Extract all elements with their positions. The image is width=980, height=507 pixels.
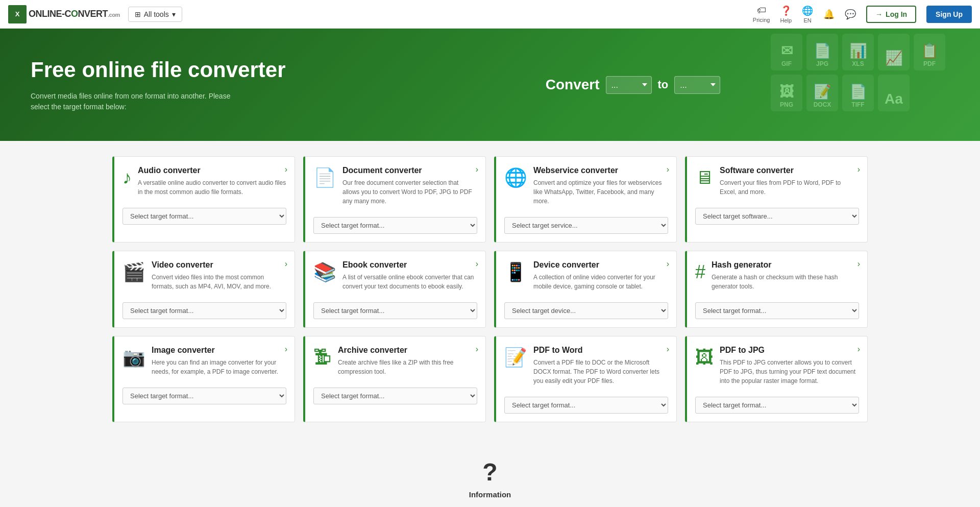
card-select-image[interactable]: Select target format... JPGPNGGIFBMPTIFF… <box>122 388 286 404</box>
converter-card-pdf-jpg[interactable]: › 🖼 PDF to JPG This PDF to JPG converter… <box>685 336 868 422</box>
card-select-pdf-word[interactable]: Select target format... DOCDOCXODT <box>504 397 668 414</box>
all-tools-button[interactable]: ⊞ All tools ▾ <box>128 7 182 22</box>
card-select-software[interactable]: Select target software... WordExcelPower… <box>695 208 859 225</box>
hero-title: Free online file converter <box>31 57 316 83</box>
card-desc-hash: Generate a hash or checksum with these h… <box>712 273 859 291</box>
card-header-video: 🎬 Video converter Convert video files in… <box>122 260 286 291</box>
card-header-ebook: 📚 Ebook converter A list of versatile on… <box>313 260 477 291</box>
logo[interactable]: X ONLINE-CONVERT.com <box>8 5 120 23</box>
card-desc-archive: Create archive files like a ZIP with thi… <box>338 358 477 376</box>
hero-to-select[interactable]: ... <box>674 76 720 94</box>
card-desc-image: Here you can find an image converter for… <box>152 358 286 376</box>
card-icon-device: 📱 <box>504 261 527 283</box>
card-select-device[interactable]: Select target device... iPhoneiPadAndroi… <box>504 302 668 319</box>
card-select-video[interactable]: Select target format... MP4AVIMOVMKVWMVF… <box>122 302 286 319</box>
card-arrow-audio: › <box>285 165 287 174</box>
hero-subtitle: Convert media files online from one form… <box>31 91 245 112</box>
card-title-software: Software converter <box>720 166 859 175</box>
card-header-pdf-jpg: 🖼 PDF to JPG This PDF to JPG converter a… <box>695 346 859 385</box>
card-title-webservice: Webservice converter <box>533 166 668 175</box>
footer-info-label: Information <box>10 490 970 499</box>
hero-from-select[interactable]: ... <box>606 76 652 94</box>
card-header-audio: ♪ Audio converter A versatile online aud… <box>122 166 286 197</box>
card-select-document[interactable]: Select target format... PDFDOCDOCXODTRTF… <box>313 217 477 234</box>
card-arrow-software: › <box>857 165 860 174</box>
signup-button[interactable]: Sign Up <box>926 6 972 23</box>
language-nav-item[interactable]: 🌐 EN <box>802 5 813 23</box>
logo-text: ONLINE-CONVERT.com <box>29 9 120 19</box>
converter-card-document[interactable]: › 📄 Document converter Our free document… <box>303 156 486 243</box>
card-header-webservice: 🌐 Webservice converter Convert and optim… <box>504 166 668 206</box>
card-title-ebook: Ebook converter <box>342 260 477 270</box>
converter-card-device[interactable]: › 📱 Device converter A collection of onl… <box>494 251 677 328</box>
file-icon-xls: 📊XLS <box>842 34 874 70</box>
file-icon-chart: 📈 <box>878 34 910 70</box>
notifications-nav-item[interactable]: 🔔 <box>823 9 835 20</box>
pricing-nav-item[interactable]: 🏷 Pricing <box>753 5 770 23</box>
chat-icon: 💬 <box>845 9 856 20</box>
card-arrow-hash: › <box>857 259 860 269</box>
card-desc-device: A collection of online video converter f… <box>533 273 668 291</box>
converter-grid: › ♪ Audio converter A versatile online a… <box>112 156 868 422</box>
tag-icon: 🏷 <box>757 5 766 16</box>
card-header-hash: # Hash generator Generate a hash or chec… <box>695 260 859 291</box>
card-icon-software: 🖥 <box>695 167 714 188</box>
file-icon-email: ✉GIF <box>771 34 802 70</box>
to-label: to <box>658 78 669 91</box>
card-arrow-pdf-jpg: › <box>857 345 860 354</box>
converter-card-pdf-word[interactable]: › 📝 PDF to Word Convert a PDF file to DO… <box>494 336 677 422</box>
card-arrow-device: › <box>667 259 669 269</box>
chat-nav-item[interactable]: 💬 <box>845 9 856 20</box>
main-content: › ♪ Audio converter A versatile online a… <box>102 141 878 438</box>
card-title-pdf-jpg: PDF to JPG <box>720 346 859 355</box>
card-select-archive[interactable]: Select target format... ZIPRAR7ZTARGZ <box>313 388 477 404</box>
card-header-software: 🖥 Software converter Convert your files … <box>695 166 859 197</box>
card-title-archive: Archive converter <box>338 346 477 355</box>
card-header-pdf-word: 📝 PDF to Word Convert a PDF file to DOC … <box>504 346 668 385</box>
card-desc-audio: A versatile online audio converter to co… <box>138 178 286 197</box>
card-desc-webservice: Convert and optimize your files for webs… <box>533 178 668 206</box>
card-select-audio[interactable]: Select target format... MP3WAVOGGFLACAAC… <box>122 208 286 225</box>
card-select-pdf-jpg[interactable]: Select target format... JPGPNGBMPTIFF <box>695 397 859 414</box>
hero-section: Free online file converter Convert media… <box>0 29 980 141</box>
bell-icon: 🔔 <box>823 9 835 20</box>
card-desc-ebook: A list of versatile online ebook convert… <box>342 273 477 291</box>
card-icon-ebook: 📚 <box>313 261 336 283</box>
card-icon-image: 📷 <box>122 347 145 368</box>
converter-card-archive[interactable]: › 🗜 Archive converter Create archive fil… <box>303 336 486 422</box>
login-button[interactable]: → Log In <box>866 6 916 23</box>
help-nav-item[interactable]: ❓ Help <box>780 5 792 23</box>
card-select-hash[interactable]: Select target format... MD5SHA-1SHA-256C… <box>695 302 859 319</box>
grid-icon: ⊞ <box>135 10 141 18</box>
converter-card-software[interactable]: › 🖥 Software converter Convert your file… <box>685 156 868 243</box>
card-header-device: 📱 Device converter A collection of onlin… <box>504 260 668 291</box>
card-desc-video: Convert video files into the most common… <box>152 273 286 291</box>
question-mark-icon: ? <box>10 458 970 486</box>
converter-card-hash[interactable]: › # Hash generator Generate a hash or ch… <box>685 251 868 328</box>
card-icon-hash: # <box>695 261 705 283</box>
file-icon-jpg: 📄JPG <box>806 34 838 70</box>
card-select-ebook[interactable]: Select target format... EPUBMOBIAZWPDFLI… <box>313 302 477 319</box>
card-arrow-webservice: › <box>667 165 669 174</box>
converter-card-audio[interactable]: › ♪ Audio converter A versatile online a… <box>112 156 295 243</box>
hero-background-icons: ✉GIF 📄JPG 📊XLS 📈 📋PDF 🖼PNG 📝DOCX 📄TIFF A… <box>771 34 965 111</box>
card-header-document: 📄 Document converter Our free document c… <box>313 166 477 206</box>
hero-text: Free online file converter Convert media… <box>31 57 316 112</box>
footer: ? Information <box>0 438 980 507</box>
logo-icon: X <box>8 5 27 23</box>
card-arrow-image: › <box>285 345 287 354</box>
card-header-archive: 🗜 Archive converter Create archive files… <box>313 346 477 376</box>
converter-card-image[interactable]: › 📷 Image converter Here you can find an… <box>112 336 295 422</box>
converter-card-ebook[interactable]: › 📚 Ebook converter A list of versatile … <box>303 251 486 328</box>
converter-card-webservice[interactable]: › 🌐 Webservice converter Convert and opt… <box>494 156 677 243</box>
card-icon-video: 🎬 <box>122 261 145 283</box>
card-title-image: Image converter <box>152 346 286 355</box>
card-desc-pdf-jpg: This PDF to JPG converter allows you to … <box>720 358 859 385</box>
card-title-document: Document converter <box>342 166 477 175</box>
card-select-webservice[interactable]: Select target service... WhatsAppTwitter… <box>504 217 668 234</box>
card-icon-pdf-word: 📝 <box>504 347 527 368</box>
converter-card-video[interactable]: › 🎬 Video converter Convert video files … <box>112 251 295 328</box>
card-title-audio: Audio converter <box>138 166 286 175</box>
card-icon-audio: ♪ <box>122 167 132 188</box>
navbar-right: 🏷 Pricing ❓ Help 🌐 EN 🔔 💬 → Log In Sign … <box>753 5 972 23</box>
